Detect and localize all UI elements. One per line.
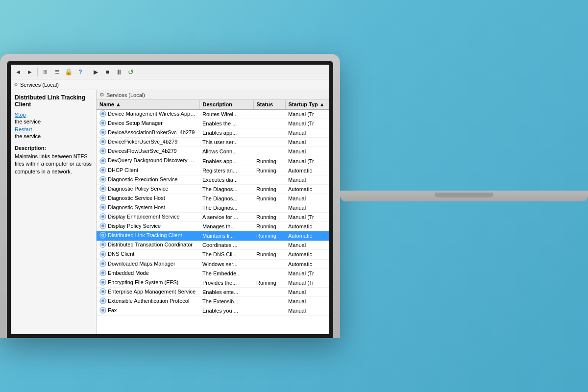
service-icon	[99, 251, 106, 258]
service-status-cell	[253, 109, 285, 119]
service-status-cell	[253, 119, 285, 128]
table-row[interactable]: Distributed Transaction CoordinatorCoord…	[97, 241, 329, 250]
svg-point-17	[102, 188, 104, 190]
service-name-cell: Encrypting File System (EFS)	[97, 278, 199, 287]
table-row[interactable]: Diagnostic Policy ServiceThe Diagnos...R…	[97, 184, 329, 194]
table-row[interactable]: DevQuery Background Discovery BrokerEnab…	[97, 156, 329, 166]
service-startup-cell: Manual	[285, 241, 329, 250]
pause-service-button[interactable]: ⏸	[114, 67, 124, 77]
service-status-cell	[253, 296, 285, 306]
service-name-text: DevQuery Background Discovery Broker	[108, 157, 199, 163]
toolbar-sep-2	[88, 68, 88, 76]
service-icon	[99, 279, 106, 286]
service-startup-cell: Manual (Tr	[285, 213, 329, 222]
service-startup-cell: Automatic	[285, 222, 329, 231]
service-icon	[99, 195, 106, 201]
service-description-cell: Enables app...	[199, 156, 253, 166]
svg-point-1	[102, 113, 104, 115]
service-description-cell: The Diagnos...	[199, 203, 253, 212]
service-icon	[99, 120, 106, 126]
help-button[interactable]: ?	[75, 67, 86, 77]
start-service-button[interactable]: ▶	[90, 67, 101, 77]
service-name-cell: Device Management Wireless Applicati...	[97, 109, 199, 119]
description-text: Maintains links between NTFS files withi…	[15, 153, 92, 175]
table-header-row: Name ▲ Description Status Startup Typ ▲	[97, 100, 329, 109]
table-row[interactable]: DevicesFlowUserSvc_4b279Allows Conn...Ma…	[97, 147, 329, 156]
service-icon	[99, 110, 106, 117]
svg-point-41	[102, 300, 104, 302]
sidebar-panel: Distributed Link Tracking Client Stop th…	[11, 90, 97, 334]
svg-point-13	[102, 169, 104, 171]
table-row[interactable]: FaxEnables you ...Manual	[97, 306, 329, 315]
table-row[interactable]: Encrypting File System (EFS)Provides the…	[97, 278, 329, 287]
forward-button[interactable]: ►	[24, 67, 35, 77]
service-description-cell: A service for ...	[199, 213, 253, 222]
address-text: Services (Local)	[20, 82, 59, 88]
service-status-cell: Running	[253, 278, 285, 287]
main-content: Distributed Link Tracking Client Stop th…	[11, 90, 329, 334]
service-name-text: Display Policy Service	[108, 223, 161, 229]
service-description-cell: Allows Conn...	[199, 147, 253, 156]
service-startup-cell: Manual (Tr	[285, 269, 329, 278]
stop-service-button[interactable]: ■	[102, 67, 113, 77]
service-name-text: DeviceAssociationBrokerSvc_4b279	[108, 129, 195, 135]
services-table: Name ▲ Description Status Startup Typ ▲ …	[97, 100, 329, 316]
col-header-startup[interactable]: Startup Typ ▲	[285, 100, 329, 109]
services-table-container[interactable]: Name ▲ Description Status Startup Typ ▲ …	[97, 100, 329, 334]
service-description-cell: The Embedde...	[199, 269, 253, 278]
toolbar-sep-1	[37, 68, 38, 76]
service-status-cell	[253, 287, 285, 296]
svg-point-11	[102, 160, 104, 161]
service-name-cell: DHCP Client	[97, 166, 199, 175]
table-row[interactable]: Downloaded Maps ManagerWindows ser...Aut…	[97, 259, 329, 269]
table-row[interactable]: Enterprise App Management ServiceEnables…	[97, 287, 329, 296]
table-row[interactable]: Distributed Link Tracking ClientMaintain…	[97, 231, 329, 241]
service-icon	[99, 185, 106, 192]
service-name-text: Diagnostic System Host	[108, 204, 165, 210]
show-console-button[interactable]: ⊞	[40, 67, 50, 77]
table-row[interactable]: Embedded ModeThe Embedde...Manual (Tr	[97, 269, 329, 278]
service-name-cell: Display Enhancement Service	[97, 213, 199, 222]
table-row[interactable]: DeviceAssociationBrokerSvc_4b279Enables …	[97, 128, 329, 138]
service-startup-cell: Automatic	[285, 231, 329, 241]
table-row[interactable]: Display Enhancement ServiceA service for…	[97, 213, 329, 222]
col-header-description[interactable]: Description	[199, 100, 253, 109]
table-row[interactable]: Diagnostic Service HostThe Diagnos...Run…	[97, 194, 329, 203]
svg-point-7	[102, 141, 104, 143]
table-row[interactable]: Diagnostic Execution ServiceExecutes dia…	[97, 175, 329, 184]
table-row[interactable]: Extensible Authentication ProtocolThe Ex…	[97, 296, 329, 306]
table-row[interactable]: Device Management Wireless Applicati...R…	[97, 109, 329, 119]
service-description-cell: The Diagnos...	[199, 194, 253, 203]
svg-point-23	[102, 216, 104, 218]
restart-service-link[interactable]: Restart	[15, 126, 92, 132]
table-row[interactable]: DevicePickerUserSvc_4b279This user ser..…	[97, 138, 329, 147]
back-button[interactable]: ◄	[13, 67, 24, 77]
laptop-screen: ◄ ► ⊞ ☰ 🔒 ? ▶ ■ ⏸ ↺ ⚙ Services (Local)	[11, 65, 329, 334]
table-row[interactable]: Diagnostic System HostThe Diagnos...Manu…	[97, 203, 329, 212]
restart-service-button[interactable]: ↺	[125, 67, 136, 77]
service-name-text: Device Management Wireless Applicati...	[108, 111, 199, 117]
table-row[interactable]: Device Setup ManagerEnables the ...Manua…	[97, 119, 329, 128]
table-row[interactable]: DNS ClientThe DNS Cli...RunningAutomatic	[97, 250, 329, 259]
service-name-cell: Diagnostic Execution Service	[97, 175, 199, 184]
stop-service-link[interactable]: Stop	[15, 112, 92, 118]
service-description-cell: Registers an...	[199, 166, 253, 175]
svg-point-37	[102, 281, 104, 283]
show-services-button[interactable]: ☰	[51, 67, 62, 77]
table-row[interactable]: DHCP ClientRegisters an...RunningAutomat…	[97, 166, 329, 175]
services-panel-header: ⚙ Services (Local)	[97, 90, 329, 100]
table-row[interactable]: Display Policy ServiceManages th...Runni…	[97, 222, 329, 231]
service-startup-cell: Automatic	[285, 166, 329, 175]
col-header-status[interactable]: Status	[253, 100, 285, 109]
service-startup-cell: Manual (Tr	[285, 119, 329, 128]
stop-action-suffix: the service	[15, 119, 41, 124]
properties-button[interactable]: 🔒	[63, 67, 74, 77]
service-status-cell: Running	[253, 184, 285, 194]
svg-point-43	[102, 310, 104, 311]
service-icon	[99, 176, 106, 183]
service-name-text: Downloaded Maps Manager	[108, 261, 175, 267]
service-name-cell: DeviceAssociationBrokerSvc_4b279	[97, 128, 199, 138]
service-name-cell: DNS Client	[97, 250, 199, 259]
svg-point-29	[102, 244, 104, 245]
col-header-name[interactable]: Name ▲	[97, 100, 199, 109]
